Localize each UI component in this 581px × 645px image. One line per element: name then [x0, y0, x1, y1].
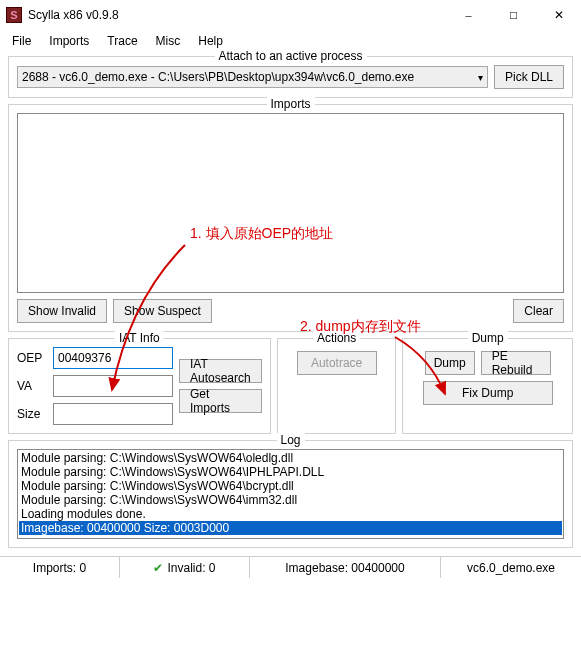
menu-misc[interactable]: Misc: [148, 32, 189, 50]
process-selected: 2688 - vc6.0_demo.exe - C:\Users\PB\Desk…: [22, 70, 414, 84]
pe-rebuild-button[interactable]: PE Rebuild: [481, 351, 551, 375]
log-line: Module parsing: C:\Windows\SysWOW64\IPHL…: [19, 465, 562, 479]
statusbar: Imports: 0 ✔ Invalid: 0 Imagebase: 00400…: [0, 556, 581, 578]
dump-button[interactable]: Dump: [425, 351, 475, 375]
menu-file[interactable]: File: [4, 32, 39, 50]
close-button[interactable]: ✕: [536, 0, 581, 30]
dump-group: Dump Dump PE Rebuild Fix Dump: [402, 338, 573, 434]
minimize-button[interactable]: –: [446, 0, 491, 30]
chevron-down-icon: ▾: [478, 72, 483, 83]
autotrace-button[interactable]: Autotrace: [297, 351, 377, 375]
titlebar: S Scylla x86 v0.9.8 – □ ✕: [0, 0, 581, 30]
app-icon: S: [6, 7, 22, 23]
actions-group: Actions Autotrace: [277, 338, 397, 434]
menu-trace[interactable]: Trace: [99, 32, 145, 50]
status-imagebase: Imagebase: 00400000: [250, 557, 441, 578]
log-line: Module parsing: C:\Windows\SysWOW64\bcry…: [19, 479, 562, 493]
menu-imports[interactable]: Imports: [41, 32, 97, 50]
process-combobox[interactable]: 2688 - vc6.0_demo.exe - C:\Users\PB\Desk…: [17, 66, 488, 88]
status-exe: vc6.0_demo.exe: [441, 557, 581, 578]
check-icon: ✔: [153, 561, 163, 575]
pick-dll-button[interactable]: Pick DLL: [494, 65, 564, 89]
imports-listbox[interactable]: [17, 113, 564, 293]
log-line: Loading modules done.: [19, 507, 562, 521]
clear-button[interactable]: Clear: [513, 299, 564, 323]
va-label: VA: [17, 379, 47, 393]
size-label: Size: [17, 407, 47, 421]
oep-label: OEP: [17, 351, 47, 365]
log-group: Log Module parsing: C:\Windows\SysWOW64\…: [8, 440, 573, 548]
log-line: Module parsing: C:\Windows\SysWOW64\imm3…: [19, 493, 562, 507]
fix-dump-button[interactable]: Fix Dump: [423, 381, 553, 405]
window-title: Scylla x86 v0.9.8: [28, 8, 446, 22]
status-imports: Imports: 0: [0, 557, 120, 578]
attach-group: Attach to an active process 2688 - vc6.0…: [8, 56, 573, 98]
status-invalid: ✔ Invalid: 0: [120, 557, 250, 578]
size-input[interactable]: [53, 403, 173, 425]
oep-input[interactable]: [53, 347, 173, 369]
va-input[interactable]: [53, 375, 173, 397]
log-listbox[interactable]: Module parsing: C:\Windows\SysWOW64\oled…: [17, 449, 564, 539]
iat-autosearch-button[interactable]: IAT Autosearch: [179, 359, 262, 383]
iat-info-group: IAT Info OEP IAT Autosearch Get Imports …: [8, 338, 271, 434]
log-line: Module parsing: C:\Windows\SysWOW64\oled…: [19, 451, 562, 465]
maximize-button[interactable]: □: [491, 0, 536, 30]
actions-legend: Actions: [313, 331, 360, 345]
iat-legend: IAT Info: [115, 331, 164, 345]
get-imports-button[interactable]: Get Imports: [179, 389, 262, 413]
log-legend: Log: [276, 433, 304, 447]
log-line-selected: Imagebase: 00400000 Size: 0003D000: [19, 521, 562, 535]
show-suspect-button[interactable]: Show Suspect: [113, 299, 212, 323]
imports-group: Imports Show Invalid Show Suspect Clear: [8, 104, 573, 332]
dump-legend: Dump: [468, 331, 508, 345]
attach-legend: Attach to an active process: [214, 49, 366, 63]
show-invalid-button[interactable]: Show Invalid: [17, 299, 107, 323]
imports-legend: Imports: [266, 97, 314, 111]
menu-help[interactable]: Help: [190, 32, 231, 50]
